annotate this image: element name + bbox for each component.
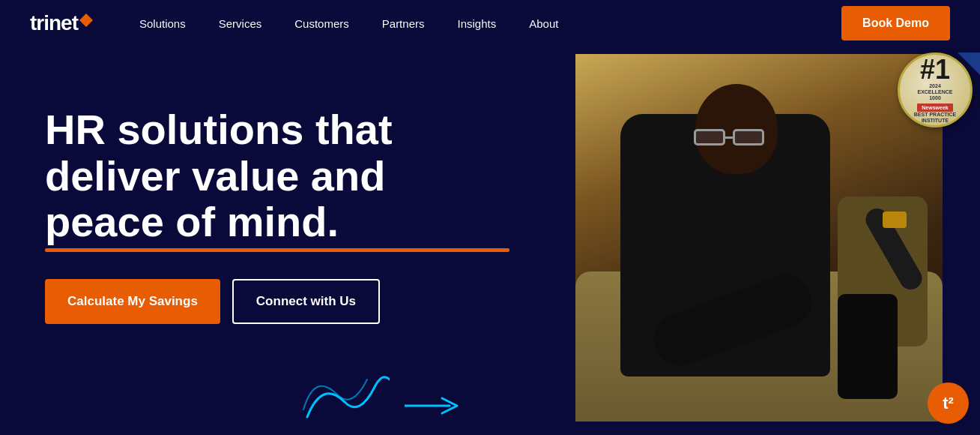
decorative-arrow <box>405 394 465 420</box>
hero-right-image: #1 2024 EXCELLENCE 1000 Newsweek BEST PR… <box>545 46 980 435</box>
nav-links: Solutions Services Customers Partners In… <box>123 0 841 46</box>
badge-excellence-text: 2024 EXCELLENCE 1000 <box>917 83 952 102</box>
decorative-swirl <box>300 364 390 428</box>
book-demo-button[interactable]: Book Demo <box>841 6 950 40</box>
hero-section: HR solutions that deliver value and peac… <box>0 46 980 435</box>
nav-link-customers[interactable]: Customers <box>278 0 366 46</box>
cta-buttons: Calculate My Savings Connect with Us <box>45 279 509 324</box>
nav-link-about[interactable]: About <box>512 0 575 46</box>
nav-item-about[interactable]: About <box>512 0 575 46</box>
hero-headline: HR solutions that deliver value and peac… <box>45 106 509 252</box>
headline-line1: HR solutions that <box>45 106 393 153</box>
badge-circle: #1 2024 EXCELLENCE 1000 Newsweek BEST PR… <box>898 52 973 128</box>
nav-item-insights[interactable]: Insights <box>441 0 512 46</box>
hero-person-image <box>575 54 943 422</box>
badge-number: #1 <box>920 56 950 83</box>
badge-institute: BEST PRACTICE INSTITUTE <box>914 112 956 124</box>
nav-item-services[interactable]: Services <box>202 0 279 46</box>
connect-button[interactable]: Connect with Us <box>232 279 380 324</box>
nav-link-solutions[interactable]: Solutions <box>123 0 202 46</box>
hero-left-content: HR solutions that deliver value and peac… <box>45 76 509 324</box>
nav-item-customers[interactable]: Customers <box>278 0 366 46</box>
nav-link-services[interactable]: Services <box>202 0 279 46</box>
nav-link-partners[interactable]: Partners <box>366 0 441 46</box>
nav-item-partners[interactable]: Partners <box>366 0 441 46</box>
nav-link-insights[interactable]: Insights <box>441 0 512 46</box>
calculate-savings-button[interactable]: Calculate My Savings <box>45 279 220 324</box>
logo[interactable]: trinet <box>30 11 93 35</box>
headline-line3: peace of mind. <box>45 198 509 252</box>
nav-item-solutions[interactable]: Solutions <box>123 0 202 46</box>
navbar: trinet Solutions Services Customers Part… <box>0 0 980 46</box>
badge-newsweek: Newsweek <box>917 104 952 112</box>
trinet-corner-icon: t² <box>928 382 969 424</box>
logo-diamond-icon <box>79 14 93 27</box>
award-badge: #1 2024 EXCELLENCE 1000 Newsweek BEST PR… <box>898 52 980 135</box>
corner-icon-symbol: t² <box>943 394 954 413</box>
headline-line2: deliver value and <box>45 152 385 200</box>
logo-text: trinet <box>30 11 93 35</box>
